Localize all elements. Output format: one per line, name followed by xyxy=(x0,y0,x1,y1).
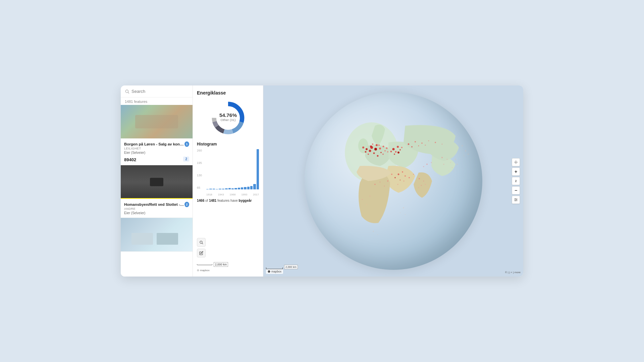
property-owner: Eier (Selveier) xyxy=(124,151,189,155)
svg-point-45 xyxy=(428,140,429,141)
svg-point-42 xyxy=(408,143,409,145)
donut-chart: 54.76% Other (31) xyxy=(197,100,259,136)
svg-point-100 xyxy=(515,198,516,199)
zoom-in-icon: + xyxy=(515,169,517,174)
svg-point-55 xyxy=(402,171,403,173)
property-card[interactable]: Borgen på Løren - Salg av kontrakt |... … xyxy=(121,105,193,165)
property-image xyxy=(121,165,193,199)
svg-point-61 xyxy=(409,177,410,178)
svg-point-60 xyxy=(403,181,404,182)
svg-point-83 xyxy=(455,159,456,160)
property-type: ANDRE xyxy=(124,207,189,210)
histogram-x-labels: 1918 1943 1968 1993 2017 xyxy=(206,193,259,196)
svg-point-74 xyxy=(425,184,426,185)
svg-point-15 xyxy=(376,144,378,146)
svg-point-87 xyxy=(465,150,466,152)
svg-point-59 xyxy=(391,174,392,175)
search-icon xyxy=(125,89,129,94)
svg-point-56 xyxy=(394,177,396,178)
x-label: 1993 xyxy=(241,193,247,196)
svg-line-1 xyxy=(128,92,129,93)
svg-point-80 xyxy=(450,162,451,163)
histogram-bar xyxy=(213,189,215,189)
svg-point-77 xyxy=(441,157,443,158)
map-settings-button[interactable] xyxy=(512,196,520,204)
svg-point-18 xyxy=(373,153,375,154)
property-type: LEILIGHET xyxy=(124,147,189,150)
svg-point-50 xyxy=(425,145,426,146)
mapbox-attribution: m mapbox xyxy=(266,269,283,274)
zoom-level-display: 2 xyxy=(512,177,520,185)
zoom-out-button[interactable]: − xyxy=(512,186,520,194)
histogram-title: Histogram xyxy=(197,142,259,146)
svg-point-17 xyxy=(379,147,381,149)
svg-point-23 xyxy=(366,148,368,150)
histogram-bar xyxy=(241,187,243,189)
svg-point-53 xyxy=(423,166,424,167)
svg-point-49 xyxy=(418,145,419,146)
histogram-bar xyxy=(225,188,227,189)
histogram-bar xyxy=(257,149,259,189)
svg-point-65 xyxy=(379,182,380,183)
svg-point-36 xyxy=(395,151,396,153)
zoom-out-icon: − xyxy=(515,188,517,193)
x-label: 1943 xyxy=(218,193,224,196)
y-label: 130 xyxy=(197,174,202,177)
svg-point-84 xyxy=(457,164,458,165)
svg-point-92 xyxy=(405,214,406,215)
y-label: 195 xyxy=(197,162,202,165)
svg-point-52 xyxy=(431,162,432,163)
svg-point-27 xyxy=(362,146,364,148)
zoom-in-button[interactable]: + xyxy=(512,168,520,176)
svg-point-94 xyxy=(377,234,378,235)
svg-point-29 xyxy=(374,148,377,150)
middle-panel: Energiklasse 54.76% Other (31) xyxy=(193,85,263,277)
svg-point-0 xyxy=(125,90,128,93)
svg-point-48 xyxy=(411,146,413,147)
svg-point-68 xyxy=(362,199,363,200)
zoom-search-button[interactable] xyxy=(197,238,206,247)
property-card[interactable] xyxy=(121,218,193,252)
svg-point-102 xyxy=(515,200,516,201)
svg-point-31 xyxy=(370,145,372,147)
svg-point-57 xyxy=(405,175,406,177)
x-label: 1968 xyxy=(230,193,236,196)
histogram-area: 260 195 130 65 1918 1943 1968 1993 2017 xyxy=(197,149,259,196)
svg-point-78 xyxy=(446,159,447,160)
svg-point-70 xyxy=(369,196,370,197)
svg-point-44 xyxy=(421,142,423,144)
svg-point-63 xyxy=(397,184,398,185)
svg-point-25 xyxy=(380,152,382,153)
search-bar xyxy=(121,85,193,98)
histogram-bar xyxy=(219,189,221,189)
property-code: 89402 xyxy=(124,157,136,162)
svg-point-79 xyxy=(443,164,444,165)
svg-point-22 xyxy=(384,150,386,152)
svg-point-58 xyxy=(399,180,400,181)
x-label: 2017 xyxy=(253,193,259,196)
mapbox-logo: ⊙ mapbox xyxy=(197,269,210,272)
svg-point-32 xyxy=(382,154,384,155)
histogram-bar xyxy=(253,184,256,189)
svg-line-11 xyxy=(202,243,203,244)
svg-point-93 xyxy=(373,231,374,232)
svg-point-91 xyxy=(400,213,400,213)
svg-point-39 xyxy=(401,147,402,148)
draw-tool-button[interactable] xyxy=(197,249,206,257)
search-input[interactable] xyxy=(131,89,189,94)
map-panel: + 2 − 2,000 km xyxy=(263,85,523,277)
svg-point-73 xyxy=(421,185,422,186)
svg-point-28 xyxy=(365,151,366,153)
svg-point-46 xyxy=(435,142,436,143)
svg-point-67 xyxy=(387,180,388,182)
scale-label: 2,000 km xyxy=(214,262,228,267)
svg-text:54.76%: 54.76% xyxy=(219,112,237,118)
svg-point-26 xyxy=(386,147,387,149)
locate-button[interactable] xyxy=(512,158,520,166)
svg-point-54 xyxy=(397,174,399,175)
svg-point-35 xyxy=(397,146,399,148)
property-card[interactable]: Homansbyen/Rett ved Slottet - Ved ... 2 … xyxy=(121,165,193,218)
histogram-bar xyxy=(228,188,231,189)
svg-point-76 xyxy=(427,187,427,188)
left-panel: 1481 features Borgen på Løren - Salg av … xyxy=(121,85,193,277)
